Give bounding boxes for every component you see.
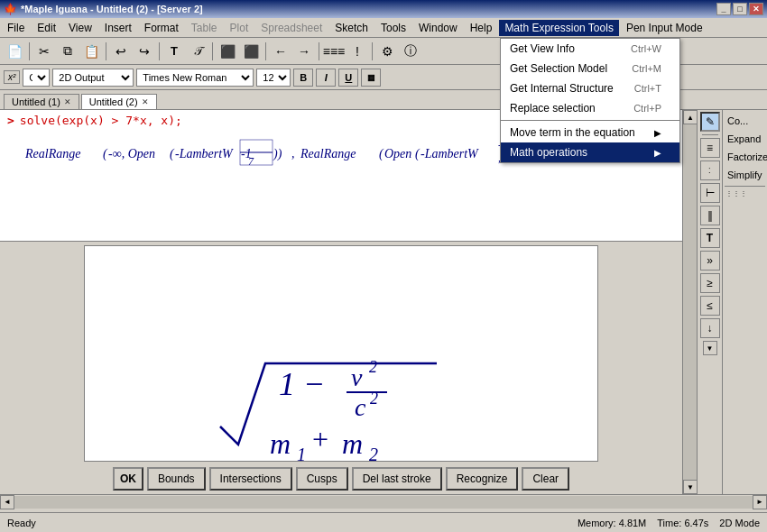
status-bar: Ready Memory: 4.81M Time: 6.47s 2D Mode bbox=[0, 512, 767, 532]
exclaim-btn[interactable]: ! bbox=[347, 41, 368, 62]
svg-text:): ) bbox=[555, 147, 560, 161]
svg-text:): ) bbox=[531, 147, 536, 161]
sidebar-btn-eq[interactable]: ≡ bbox=[700, 138, 720, 158]
svg-text:2: 2 bbox=[369, 445, 378, 462]
new-button[interactable]: 📄 bbox=[4, 41, 25, 62]
tab-untitled2[interactable]: Untitled (2) ✕ bbox=[81, 94, 157, 109]
ok-button[interactable]: OK bbox=[113, 467, 143, 491]
underline-button[interactable]: U bbox=[338, 69, 358, 87]
font-size-select[interactable]: 12 10 14 bbox=[256, 69, 291, 87]
bounds-button[interactable]: Bounds bbox=[147, 467, 206, 491]
undo-button[interactable]: ↩ bbox=[110, 41, 132, 62]
menu-view[interactable]: View bbox=[63, 20, 97, 36]
pen-scroll-down[interactable]: ▼ bbox=[703, 341, 717, 355]
cut-button[interactable]: ✂ bbox=[33, 41, 55, 62]
co-button[interactable]: Co... bbox=[725, 112, 765, 130]
align-right-btn[interactable]: ⬛ bbox=[240, 41, 262, 62]
output-mode-select[interactable]: 2D Output 1D Output bbox=[52, 69, 134, 87]
clear-button[interactable]: Clear bbox=[522, 467, 569, 491]
menu-insert[interactable]: Insert bbox=[99, 20, 137, 36]
align-left-btn[interactable]: ⬛ bbox=[217, 41, 238, 62]
window-title: *Maple Iguana - Untitled (2) - [Server 2… bbox=[21, 4, 203, 14]
pen-tool-btn[interactable]: ✎ bbox=[700, 112, 720, 132]
close-button[interactable]: ✕ bbox=[749, 3, 763, 15]
menu-pen-input-mode[interactable]: Pen Input Mode bbox=[621, 20, 708, 36]
scroll-up-button[interactable]: ▲ bbox=[683, 110, 698, 124]
svg-text:Open: Open bbox=[384, 147, 411, 161]
tab-untitled1[interactable]: Untitled (1) ✕ bbox=[4, 94, 79, 109]
minimize-button[interactable]: _ bbox=[716, 3, 731, 15]
bold-button[interactable]: B bbox=[293, 69, 313, 87]
toolbar-sep-1 bbox=[29, 42, 30, 60]
menu-help[interactable]: Help bbox=[465, 20, 498, 36]
font-select[interactable]: Times New Roman Arial Courier New bbox=[136, 69, 254, 87]
arrow-right-btn[interactable]: → bbox=[293, 41, 315, 62]
scroll-left-button[interactable]: ◄ bbox=[0, 495, 14, 509]
settings-btn[interactable]: ⚙ bbox=[376, 41, 398, 62]
menu-table[interactable]: Table bbox=[186, 20, 223, 36]
text2-btn[interactable]: 𝒯 bbox=[187, 41, 208, 62]
menu-spreadsheet[interactable]: Spreadsheet bbox=[255, 20, 328, 36]
simplify-button[interactable]: Simplify bbox=[725, 166, 765, 184]
svg-text:-LambertW: -LambertW bbox=[420, 147, 479, 161]
tab-close-1[interactable]: ✕ bbox=[64, 97, 71, 106]
scroll-down-button[interactable]: ▼ bbox=[683, 480, 698, 494]
expand-button[interactable]: Expand bbox=[725, 130, 765, 148]
menu-file[interactable]: File bbox=[2, 20, 30, 36]
sidebar-btn-dbl-arrow[interactable]: » bbox=[700, 251, 720, 271]
output-formula: RealRange ( -∞, Open ( -LambertW -1 7 ))… bbox=[25, 131, 657, 180]
horizontal-scrollbar[interactable]: ◄ ► bbox=[0, 494, 767, 509]
maximize-button[interactable]: □ bbox=[733, 3, 747, 15]
toolbar-sep-4 bbox=[212, 42, 213, 60]
scroll-track[interactable] bbox=[683, 124, 697, 480]
svg-text:,: , bbox=[498, 151, 501, 164]
sidebar-btn-leq[interactable]: ≤ bbox=[700, 296, 720, 316]
menu-format[interactable]: Format bbox=[139, 20, 184, 36]
redo-button[interactable]: ↪ bbox=[134, 41, 155, 62]
maple-input: solve(exp(x) > 7*x, x); bbox=[20, 114, 182, 127]
intersections-button[interactable]: Intersections bbox=[209, 467, 292, 491]
sidebar-btn-arrow-down[interactable]: ↓ bbox=[700, 318, 720, 338]
copy-button[interactable]: ⧉ bbox=[57, 41, 79, 62]
toolbar-sep-3 bbox=[159, 42, 160, 60]
factorize-button[interactable]: Factorize bbox=[725, 148, 765, 166]
toolbar-sep-2 bbox=[106, 42, 106, 60]
del-last-stroke-button[interactable]: Del last stroke bbox=[352, 467, 442, 491]
menu-plot[interactable]: Plot bbox=[225, 20, 254, 36]
format-toolbar: x² C 2D Output 1D Output Times New Roman… bbox=[0, 65, 767, 90]
info-btn[interactable]: ⓘ bbox=[400, 41, 421, 62]
menu-tools[interactable]: Tools bbox=[375, 20, 411, 36]
menu-sketch[interactable]: Sketch bbox=[329, 20, 374, 36]
svg-text:v: v bbox=[351, 363, 363, 391]
toolbar-sep-6 bbox=[319, 42, 319, 60]
mode-select[interactable]: C bbox=[23, 69, 50, 87]
sidebar-btn-T[interactable]: T bbox=[700, 228, 720, 248]
tab-close-2[interactable]: ✕ bbox=[142, 97, 149, 106]
menu-window[interactable]: Window bbox=[413, 20, 463, 36]
paste-button[interactable]: 📋 bbox=[80, 41, 102, 62]
svg-text:,: , bbox=[291, 147, 295, 161]
special-btn[interactable]: ▦ bbox=[361, 69, 381, 87]
app-icon: 🍁 bbox=[4, 3, 17, 15]
memory-text: Memory: 4.81M bbox=[578, 518, 646, 528]
pen-canvas[interactable]: 1 − v 2 c 2 m 1 + m 2 bbox=[84, 245, 598, 462]
sidebar-btn-geq[interactable]: ≥ bbox=[700, 273, 720, 293]
svg-text:2: 2 bbox=[369, 358, 377, 376]
hscroll-track[interactable] bbox=[14, 496, 753, 509]
sidebar-btn-parallel[interactable]: ‖ bbox=[700, 206, 720, 225]
italic-button[interactable]: I bbox=[316, 69, 336, 87]
status-text: Ready bbox=[7, 518, 36, 528]
toolbar-sep-5 bbox=[265, 42, 266, 60]
bookmark-btn[interactable]: ≡≡≡ bbox=[323, 41, 345, 62]
sidebar-btn-dotdot[interactable]: ⁚ bbox=[700, 161, 720, 180]
arrow-left-btn[interactable]: ← bbox=[270, 41, 291, 62]
svg-text:1 −: 1 − bbox=[279, 366, 325, 402]
vertical-scrollbar[interactable]: ▲ ▼ bbox=[682, 110, 697, 494]
scroll-right-button[interactable]: ► bbox=[753, 495, 767, 509]
cusps-button[interactable]: Cusps bbox=[296, 467, 348, 491]
sidebar-btn-bracket[interactable]: ⊢ bbox=[700, 183, 720, 203]
menu-math-expr-tools[interactable]: Math Expression Tools bbox=[499, 20, 619, 36]
recognize-button[interactable]: Recognize bbox=[446, 467, 519, 491]
menu-edit[interactable]: Edit bbox=[32, 20, 61, 36]
text-btn[interactable]: T bbox=[163, 41, 185, 62]
